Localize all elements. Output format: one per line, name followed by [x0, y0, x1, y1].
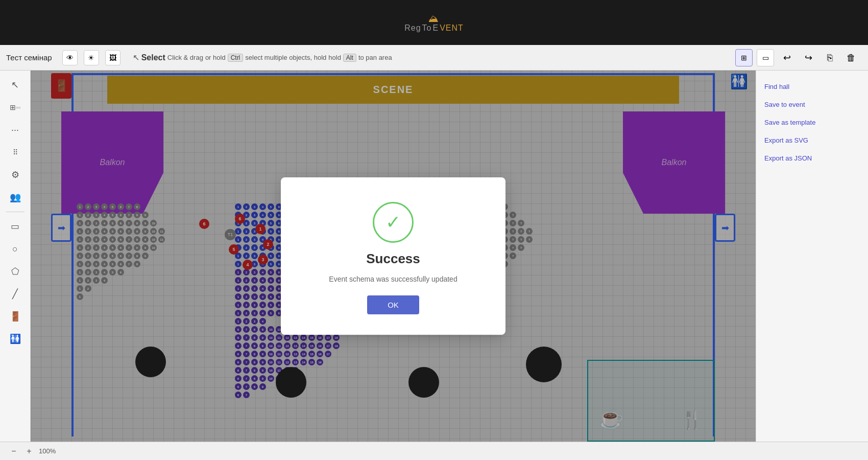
ok-button[interactable]: OK — [367, 295, 419, 314]
tool-people[interactable]: 👥 — [5, 187, 26, 208]
export-json-link[interactable]: Export as JSON — [762, 150, 862, 166]
main-area: Тест семінар 👁 ☀ 🖼 ↖ Select Click & drag… — [0, 45, 868, 460]
bottom-bar: − + 100% — [0, 442, 868, 460]
success-circle: ✓ — [373, 202, 414, 243]
left-sidebar: ↖ ⊞○○ ··· ⠿ ⚙ 👥 ▭ ○ ⬠ ╱ 🚪 🚻 — [0, 71, 31, 442]
logo-text: RegToEVENT — [404, 24, 464, 33]
zoom-minus-btn[interactable]: − — [8, 446, 19, 457]
export-svg-link[interactable]: Export as SVG — [762, 132, 862, 148]
save-to-event-link[interactable]: Save to event — [762, 97, 862, 112]
find-hall-link[interactable]: Find hall — [762, 79, 862, 95]
tool-person[interactable]: 🚻 — [5, 329, 26, 349]
cursor-icon: ↖ — [133, 53, 139, 62]
select-label: Select — [141, 53, 165, 62]
rect-icon-btn[interactable]: ▭ — [757, 49, 774, 66]
canvas-area: ↖ ⊞○○ ··· ⠿ ⚙ 👥 ▭ ○ ⬠ ╱ 🚪 🚻 SCENE — [0, 71, 868, 442]
image-icon-btn[interactable]: 🖼 — [105, 50, 120, 65]
ctrl-key: Ctrl — [228, 54, 244, 62]
tool-line[interactable]: ╱ — [5, 284, 26, 304]
right-toolbar-icons: ⊞ ▭ ↩ ↪ ⎘ 🗑 — [735, 49, 860, 66]
right-panel: Find hall Save to event Save as template… — [756, 71, 868, 442]
tool-exit[interactable]: 🚪 — [5, 306, 26, 327]
zoom-plus-btn[interactable]: + — [23, 446, 35, 457]
modal-message: Event schema was successfully updated — [329, 275, 457, 283]
undo-btn[interactable]: ↩ — [778, 49, 795, 66]
tool-dots[interactable]: ··· — [5, 120, 26, 140]
modal-overlay: ✓ Success Event schema was successfully … — [31, 71, 756, 442]
logo-event-accent: VENT — [440, 24, 464, 33]
alt-key: Alt — [343, 54, 356, 62]
top-bar: ⛰ RegToEVENT — [0, 0, 868, 45]
hint-or: or hold — [205, 54, 226, 61]
sub-toolbar: Тест семінар 👁 ☀ 🖼 ↖ Select Click & drag… — [0, 45, 868, 71]
copy-btn[interactable]: ⎘ — [821, 49, 838, 66]
save-as-template-link[interactable]: Save as template — [762, 114, 862, 130]
tool-circle[interactable]: ○ — [5, 239, 26, 259]
app-logo: ⛰ RegToEVENT — [404, 13, 464, 33]
eye-icon-btn[interactable]: 👁 — [62, 50, 78, 65]
checkmark-icon: ✓ — [385, 212, 401, 233]
logo-reg: Reg — [404, 24, 421, 33]
hint-text: Click & drag — [167, 54, 203, 61]
toolbar-hint: ↖ Select Click & drag or hold Ctrl selec… — [133, 53, 392, 62]
canvas[interactable]: SCENE Balkon Balkon 🚪 🚻 ➡ ➡ — [31, 71, 756, 442]
tool-polygon[interactable]: ⬠ — [5, 261, 26, 282]
logo-mountain-icon: ⛰ — [428, 13, 439, 25]
hint-hold: hold — [328, 54, 341, 61]
tool-settings[interactable]: ⚙ — [5, 165, 26, 185]
hint-select: select multiple objects, hold — [245, 54, 326, 61]
divider — [6, 212, 25, 212]
event-title: Тест семінар — [6, 53, 52, 62]
snap-icon-btn[interactable]: ⊞ — [735, 49, 753, 66]
tool-select[interactable]: ↖ — [5, 75, 26, 95]
hint-pan: to pan area — [358, 54, 392, 61]
tool-rect[interactable]: ▭ — [5, 216, 26, 237]
modal-title: Success — [366, 251, 420, 267]
tool-seats[interactable]: ⠿ — [5, 142, 26, 163]
redo-btn[interactable]: ↪ — [800, 49, 817, 66]
brightness-icon-btn[interactable]: ☀ — [84, 50, 99, 65]
tool-group[interactable]: ⊞○○ — [5, 97, 26, 118]
delete-btn[interactable]: 🗑 — [842, 49, 860, 66]
zoom-level: 100% — [39, 447, 56, 455]
logo-event: E — [432, 24, 439, 33]
success-modal: ✓ Success Event schema was successfully … — [281, 177, 505, 335]
logo-to: To — [422, 24, 432, 33]
